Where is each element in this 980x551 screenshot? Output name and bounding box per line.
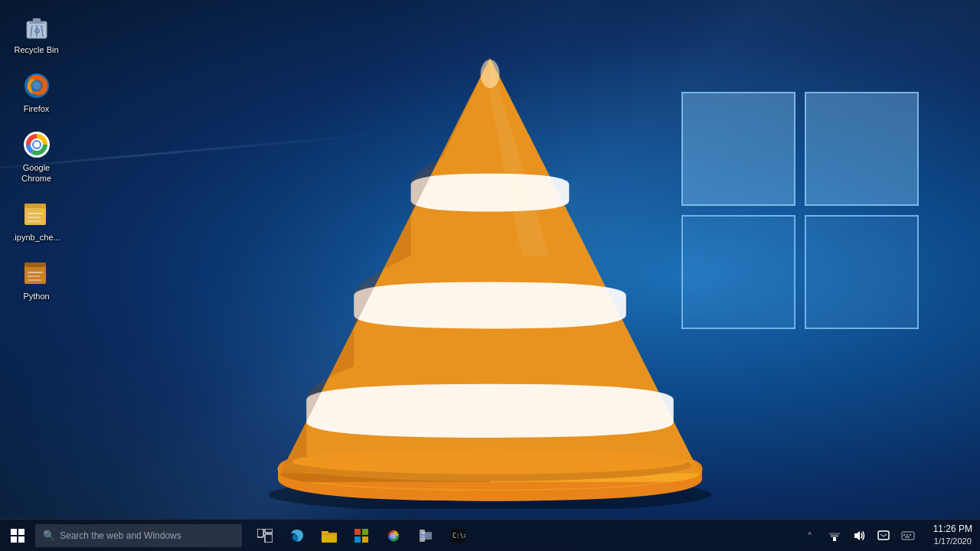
taskbar: 🔍 Search the web and Windows: [0, 519, 980, 551]
svg-rect-27: [28, 279, 41, 281]
recycle-bin-image: ♻: [21, 11, 52, 42]
clock-date: 1/17/2020: [934, 536, 972, 547]
svg-rect-58: [910, 534, 911, 536]
svg-rect-26: [28, 276, 40, 277]
svg-point-17: [34, 142, 40, 148]
svg-rect-46: [420, 534, 431, 536]
python-icon[interactable]: Python: [8, 254, 65, 305]
svg-rect-39: [354, 536, 361, 543]
svg-rect-50: [833, 537, 836, 541]
cmd-button[interactable]: C:\>_: [443, 520, 473, 552]
start-button[interactable]: [0, 520, 35, 552]
task-view-button[interactable]: [250, 520, 280, 552]
svg-rect-30: [11, 536, 17, 543]
svg-rect-28: [11, 529, 17, 535]
python-image: [21, 258, 52, 289]
svg-rect-47: [420, 536, 428, 538]
svg-rect-40: [362, 536, 368, 543]
input-icon[interactable]: [897, 520, 920, 552]
chrome-label: Google Chrome: [11, 163, 61, 183]
ipynb-icon[interactable]: .ipynb_che...: [8, 195, 65, 246]
vlc-cone-svg: [230, 34, 750, 509]
svg-rect-51: [831, 535, 838, 537]
firefox-image: [21, 70, 52, 101]
clock-time: 11:26 PM: [933, 523, 972, 536]
svg-marker-53: [854, 531, 860, 540]
svg-rect-56: [903, 534, 905, 536]
win-pane-4: [805, 215, 919, 329]
svg-rect-52: [829, 533, 840, 535]
recycle-bin-icon[interactable]: ♻ Recycle Bin: [8, 8, 65, 59]
svg-rect-6: [33, 18, 41, 22]
win-pane-2: [805, 92, 919, 206]
svg-rect-32: [257, 529, 263, 537]
edge-button[interactable]: [282, 520, 312, 552]
taskbar-clock[interactable]: 11:26 PM 1/17/2020: [926, 520, 980, 552]
firefox-label: Firefox: [24, 104, 50, 114]
ipynb-image: [21, 199, 52, 230]
search-icon: 🔍: [43, 530, 55, 541]
svg-text:♻: ♻: [33, 27, 40, 35]
svg-point-13: [33, 82, 41, 90]
svg-rect-34: [265, 534, 273, 543]
python-label: Python: [23, 292, 49, 302]
notification-icon[interactable]: [872, 520, 895, 552]
svg-rect-31: [18, 536, 24, 543]
svg-rect-19: [24, 204, 46, 208]
network-icon[interactable]: [823, 520, 846, 552]
svg-rect-20: [28, 213, 43, 214]
svg-point-3: [292, 448, 688, 474]
svg-rect-33: [265, 529, 273, 533]
vlc-cone-container: [230, 34, 750, 509]
svg-rect-36: [322, 531, 328, 533]
svg-rect-21: [28, 217, 40, 218]
google-chrome-desktop-icon[interactable]: Google Chrome: [8, 126, 65, 187]
svg-rect-29: [18, 529, 24, 535]
cortana-button[interactable]: [410, 520, 441, 552]
volume-icon[interactable]: [848, 520, 871, 552]
svg-rect-22: [28, 220, 41, 222]
recycle-bin-label: Recycle Bin: [14, 45, 58, 55]
desktop-icons: ♻ Recycle Bin Firefox: [8, 8, 65, 305]
desktop: ♻ Recycle Bin Firefox: [0, 0, 980, 551]
svg-rect-54: [878, 531, 889, 540]
chrome-image: [21, 129, 52, 160]
store-button[interactable]: [346, 520, 377, 552]
svg-rect-59: [905, 536, 910, 538]
tray-show-hidden[interactable]: ^: [799, 520, 822, 552]
chrome-taskbar-button[interactable]: [378, 520, 409, 552]
svg-rect-25: [28, 272, 43, 273]
svg-text:C:\>_: C:\>_: [452, 533, 466, 540]
ipynb-label: .ipynb_che...: [12, 233, 60, 243]
svg-rect-37: [354, 529, 361, 535]
taskbar-search[interactable]: 🔍 Search the web and Windows: [35, 524, 242, 547]
file-explorer-button[interactable]: [314, 520, 345, 552]
search-placeholder: Search the web and Windows: [60, 530, 181, 541]
system-tray: ^: [792, 520, 926, 552]
svg-rect-38: [362, 529, 368, 535]
svg-rect-24: [24, 262, 46, 267]
svg-rect-57: [906, 534, 908, 536]
firefox-icon[interactable]: Firefox: [8, 67, 65, 118]
svg-point-43: [393, 534, 395, 536]
taskbar-app-icons: C:\>_: [246, 520, 792, 552]
